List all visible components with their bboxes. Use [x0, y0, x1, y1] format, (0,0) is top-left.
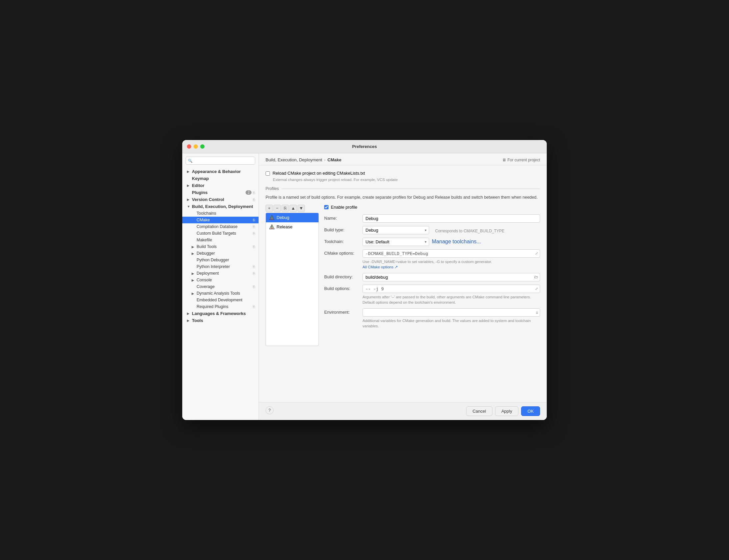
sidebar-item-toolchains[interactable]: Toolchains [182, 210, 259, 217]
sidebar-item-debugger[interactable]: ▶ Debugger [182, 250, 259, 257]
enable-profile-checkbox[interactable] [324, 205, 329, 209]
breadcrumb-parent: Build, Execution, Deployment [266, 157, 322, 162]
build-options-label: Build options: [324, 285, 363, 291]
cmake-options-row: CMake options: ⤢ Use -DVAR_NAME=value to… [324, 249, 540, 270]
build-options-field: ⤢ Arguments after '--' are passed to the… [363, 285, 540, 305]
copy-icon: ⎘ [253, 231, 255, 235]
arrow-icon: ▶ [187, 170, 191, 173]
name-input[interactable] [363, 214, 540, 223]
env-input[interactable] [363, 308, 540, 317]
profile-item-debug[interactable]: Debug [266, 213, 319, 222]
move-down-button[interactable]: ▼ [298, 205, 305, 212]
help-label: ? [269, 408, 271, 413]
sidebar-item-label: Toolchains [197, 211, 255, 216]
sidebar-item-build-exec-deploy[interactable]: ▼ Build, Execution, Deployment [182, 203, 259, 210]
manage-toolchains-link[interactable]: Manage toolchains... [432, 239, 481, 245]
reload-row: Reload CMake project on editing CMakeLis… [266, 171, 540, 176]
expand-icon[interactable]: ⤢ [535, 287, 538, 291]
sidebar-item-editor[interactable]: ▶ Editor [182, 182, 259, 189]
remove-profile-button[interactable]: − [274, 205, 281, 212]
env-list-icon[interactable]: ≡ [536, 310, 538, 315]
copy-icon: ⎘ [253, 271, 255, 275]
cmake-options-hint: Use -DVAR_NAME=value to set variables, -… [363, 259, 540, 270]
build-options-input[interactable] [363, 285, 540, 293]
arrow-icon: ▶ [192, 245, 196, 249]
sidebar-item-python-debugger[interactable]: Python Debugger [182, 257, 259, 263]
all-cmake-options-link[interactable]: All CMake options ↗ [363, 265, 398, 269]
sidebar-item-dynamic-analysis[interactable]: ▶ Dynamic Analysis Tools [182, 290, 259, 297]
sidebar-item-label: Python Debugger [197, 258, 255, 262]
sidebar-item-languages[interactable]: ▶ Languages & Frameworks [182, 310, 259, 317]
sidebar-item-label: Dynamic Analysis Tools [197, 291, 255, 296]
copy-icon: ⎘ [253, 285, 255, 289]
cmake-options-input[interactable] [363, 249, 540, 258]
sidebar-item-build-tools[interactable]: ▶ Build Tools ⎘ [182, 243, 259, 250]
build-dir-input[interactable] [363, 273, 540, 281]
sidebar-item-label: Keymap [192, 176, 255, 181]
add-profile-button[interactable]: + [266, 205, 273, 212]
expand-icon[interactable]: ⤢ [535, 251, 538, 256]
plugins-badge: 2 [246, 190, 252, 195]
build-type-hint: Corresponds to CMAKE_BUILD_TYPE [435, 227, 504, 233]
close-button[interactable] [187, 144, 191, 149]
name-row: Name: [324, 214, 540, 223]
move-up-button[interactable]: ▲ [290, 205, 297, 212]
sidebar-item-coverage[interactable]: Coverage ⎘ [182, 283, 259, 290]
cmake-icon-debug [269, 215, 275, 220]
sidebar-item-python-interpreter[interactable]: Python Interpreter ⎘ [182, 263, 259, 270]
sidebar-item-keymap[interactable]: Keymap [182, 175, 259, 182]
sidebar-item-plugins[interactable]: Plugins 2 ⎘ [182, 189, 259, 196]
cancel-button[interactable]: Cancel [466, 406, 492, 416]
arrow-icon: ▶ [192, 278, 196, 282]
breadcrumb: Build, Execution, Deployment › CMake 🖥 F… [259, 153, 547, 165]
toolchain-select[interactable]: Use: Default [363, 238, 429, 246]
search-input[interactable] [186, 157, 255, 165]
sidebar-item-cmake[interactable]: CMake ⎘ [182, 217, 259, 223]
sidebar-item-makefile[interactable]: Makefile [182, 237, 259, 243]
toolchain-field: Use: Default ▾ Manage toolchains... [363, 238, 540, 246]
search-box[interactable]: 🔍 [186, 157, 255, 165]
toolchain-label: Toolchain: [324, 238, 363, 244]
help-button[interactable]: ? [266, 406, 274, 414]
build-type-label: Build type: [324, 226, 363, 232]
sidebar-item-tools[interactable]: ▶ Tools [182, 317, 259, 324]
apply-button[interactable]: Apply [495, 406, 519, 416]
cmake-options-label: CMake options: [324, 249, 363, 256]
minimize-button[interactable] [194, 144, 198, 149]
build-dir-field: 🗁 [363, 273, 540, 281]
sidebar-item-label: Tools [192, 318, 255, 323]
env-hint: Additional variables for CMake generatio… [363, 318, 540, 329]
main-panel: Build, Execution, Deployment › CMake 🖥 F… [259, 153, 547, 420]
environment-label: Environment: [324, 308, 363, 315]
sidebar-item-label: Console [197, 278, 255, 282]
enable-profile-label: Enable profile [331, 205, 358, 210]
sidebar-item-version-control[interactable]: ▶ Version Control ⎘ [182, 196, 259, 203]
copy-profile-button[interactable]: ⎘ [282, 205, 289, 212]
reload-checkbox[interactable] [266, 171, 270, 176]
sidebar-item-label: Build Tools [197, 244, 253, 249]
sidebar-item-deployment[interactable]: ▶ Deployment ⎘ [182, 270, 259, 277]
sidebar-item-compilation-db[interactable]: Compilation Database ⎘ [182, 223, 259, 230]
copy-icon: ⎘ [253, 265, 255, 269]
breadcrumb-separator: › [324, 158, 326, 162]
name-field [363, 214, 540, 223]
sidebar-item-custom-build[interactable]: Custom Build Targets ⎘ [182, 230, 259, 237]
sidebar-item-required-plugins[interactable]: Required Plugins ⎘ [182, 303, 259, 310]
sidebar: 🔍 ▶ Appearance & Behavior Keymap ▶ Edito… [182, 153, 259, 420]
sidebar-item-label: Plugins [192, 190, 246, 195]
folder-icon[interactable]: 🗁 [534, 275, 538, 279]
profiles-section-divider: Profiles [266, 186, 540, 191]
profiles-list-panel: + − ⎘ ▲ ▼ [266, 205, 319, 346]
sidebar-item-label: Required Plugins [197, 304, 253, 309]
build-type-select[interactable]: Debug Release RelWithDebInfo MinSizeRel [363, 226, 429, 234]
build-dir-row: Build directory: 🗁 [324, 273, 540, 281]
sidebar-item-console[interactable]: ▶ Console [182, 277, 259, 283]
profile-item-release[interactable]: Release [266, 222, 319, 232]
preferences-window: Preferences 🔍 ▶ Appearance & Behavior Ke… [182, 140, 547, 420]
arrow-icon: ▶ [187, 319, 191, 322]
maximize-button[interactable] [200, 144, 205, 149]
sidebar-item-appearance[interactable]: ▶ Appearance & Behavior [182, 168, 259, 175]
breadcrumb-current: CMake [328, 157, 342, 162]
sidebar-item-embedded-dev[interactable]: Embedded Development [182, 297, 259, 303]
ok-button[interactable]: OK [521, 406, 540, 416]
